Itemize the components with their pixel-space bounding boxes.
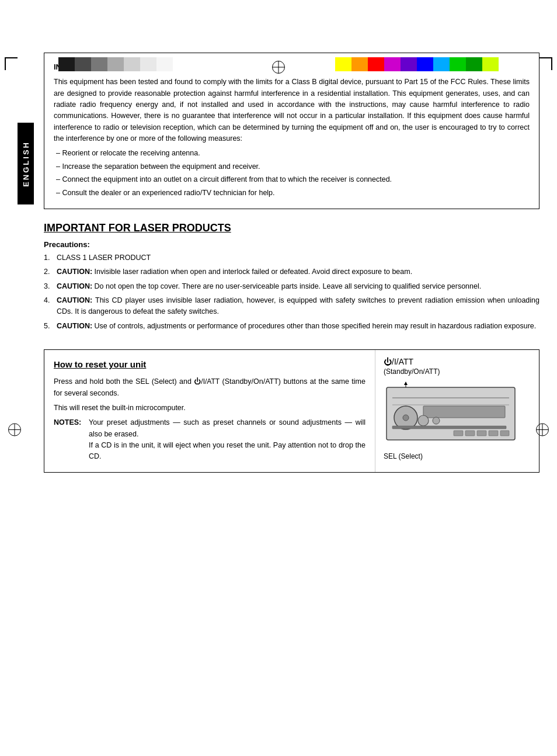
color-block-left <box>75 57 91 71</box>
page: ENGLISH INFORMATION (For USA) This equip… <box>0 53 557 756</box>
color-block-right <box>335 57 351 71</box>
information-body: This equipment has been tested and found… <box>54 77 530 144</box>
corner-bracket-tr <box>539 57 552 70</box>
color-strip-right <box>335 57 499 71</box>
list-text: CAUTION: Do not open the top cover. Ther… <box>57 281 481 292</box>
list-item: – Connect the equipment into an outlet o… <box>56 174 530 185</box>
svg-rect-12 <box>489 431 498 436</box>
corner-bracket-tl <box>5 57 18 70</box>
reset-left-panel: How to reset your unit Press and hold bo… <box>44 350 375 472</box>
color-block-left <box>156 57 173 71</box>
color-block-right <box>417 57 433 71</box>
reg-mark-right <box>536 424 549 438</box>
svg-rect-9 <box>454 431 463 436</box>
svg-point-7 <box>433 417 440 424</box>
list-item: – Increase the separation between the eq… <box>56 161 530 172</box>
list-text: CAUTION: Use of controls, adjustments or… <box>57 321 536 332</box>
standby-label: ⏻/I/ATT <box>384 357 531 366</box>
color-block-right <box>466 57 482 71</box>
sel-label: SEL (Select) <box>384 452 531 460</box>
reset-notes: NOTES: Your preset adjustments — such as… <box>54 417 365 463</box>
language-label: ENGLISH <box>18 123 34 204</box>
list-item: – Consult the dealer or an experienced r… <box>56 188 530 199</box>
list-item: 1.CLASS 1 LASER PRODUCT <box>44 252 539 263</box>
notes-text: Your preset adjustments — such as preset… <box>89 417 365 463</box>
svg-rect-11 <box>477 431 486 436</box>
laser-title: IMPORTANT FOR LASER PRODUCTS <box>44 222 539 234</box>
color-block-right <box>450 57 466 71</box>
color-block-right <box>401 57 417 71</box>
color-strip-left <box>58 57 189 71</box>
color-block-right <box>433 57 450 71</box>
reset-container: How to reset your unit Press and hold bo… <box>44 349 539 473</box>
list-number: 4. <box>44 295 53 318</box>
color-block-left <box>107 57 124 71</box>
color-block-right <box>368 57 384 71</box>
standby-subtitle: (Standby/On/ATT) <box>384 367 531 376</box>
standby-symbol-inline: ⏻/I/ATT <box>194 378 220 386</box>
information-box: INFORMATION (For USA) This equipment has… <box>44 53 539 209</box>
svg-rect-10 <box>465 431 475 436</box>
svg-marker-15 <box>404 382 408 385</box>
color-block-right <box>351 57 368 71</box>
list-number: 2. <box>44 266 53 278</box>
list-number: 1. <box>44 252 53 263</box>
svg-rect-8 <box>392 426 506 429</box>
svg-point-4 <box>403 415 409 421</box>
svg-point-6 <box>418 415 429 426</box>
color-block-left <box>91 57 107 71</box>
reg-mark-top <box>272 61 285 75</box>
list-number: 3. <box>44 281 53 292</box>
information-measures-list: – Reorient or relocate the receiving ant… <box>54 148 530 199</box>
reset-right-panel: ⏻/I/ATT (Standby/On/ATT) <box>375 350 539 472</box>
color-block-left <box>124 57 140 71</box>
reg-mark-left <box>8 424 21 438</box>
main-content: INFORMATION (For USA) This equipment has… <box>44 53 539 473</box>
reset-para-2: This will reset the built-in microcomput… <box>54 403 365 414</box>
list-text: CAUTION: This CD player uses invisible l… <box>57 295 539 318</box>
color-block-left <box>140 57 156 71</box>
list-item: 2.CAUTION: Invisible laser radiation whe… <box>44 266 539 278</box>
list-text: CAUTION: Invisible laser radiation when … <box>57 266 412 278</box>
color-block-left <box>58 57 75 71</box>
svg-rect-5 <box>423 406 505 418</box>
list-item: 5.CAUTION: Use of controls, adjustments … <box>44 321 539 332</box>
notes-label: NOTES: <box>54 417 85 463</box>
reset-body: Press and hold both the SEL (Select) and… <box>54 376 365 463</box>
unit-illustration <box>384 382 518 449</box>
color-block-right <box>482 57 499 71</box>
list-item: 3.CAUTION: Do not open the top cover. Th… <box>44 281 539 292</box>
laser-precautions-label: Precautions: <box>44 240 539 249</box>
list-item: – Reorient or relocate the receiving ant… <box>56 148 530 159</box>
reset-title: How to reset your unit <box>54 359 365 369</box>
color-block-left <box>173 57 189 71</box>
laser-list: 1.CLASS 1 LASER PRODUCT2.CAUTION: Invisi… <box>44 252 539 332</box>
reset-para-1: Press and hold both the SEL (Select) and… <box>54 376 365 399</box>
list-number: 5. <box>44 321 53 332</box>
list-item: 4.CAUTION: This CD player uses invisible… <box>44 295 539 318</box>
list-text: CLASS 1 LASER PRODUCT <box>57 252 151 263</box>
color-block-right <box>384 57 401 71</box>
svg-rect-13 <box>500 431 509 436</box>
laser-section: IMPORTANT FOR LASER PRODUCTS Precautions… <box>44 222 539 332</box>
